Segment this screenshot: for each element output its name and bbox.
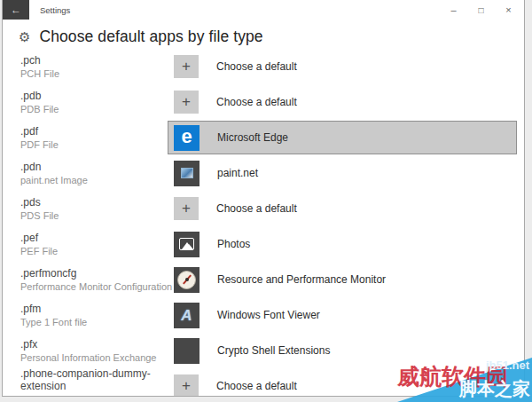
- page-title: Choose default apps by file type: [39, 28, 262, 46]
- app-name: Microsoft Edge: [217, 131, 288, 144]
- file-extension: .pds: [20, 196, 168, 209]
- app-name: Windows Font Viewer: [217, 309, 320, 321]
- file-type-list: .pchPCH File+Choose a default.pdbPDB Fil…: [3, 49, 524, 397]
- default-app-selector[interactable]: Resource and Performance Monitor: [168, 263, 517, 296]
- app-name: Crypto Shell Extensions: [217, 344, 330, 357]
- close-icon: ×: [505, 4, 511, 15]
- minimize-button[interactable]: –: [440, 0, 467, 20]
- file-type-row: .pfmType 1 Font fileAWindows Font Viewer: [3, 297, 524, 333]
- watermark-site-text: jb51.net: [486, 359, 529, 372]
- file-extension: .phone-companion-dummy-extension: [20, 367, 168, 393]
- file-type-description: PDF File: [20, 139, 168, 150]
- file-type-description: PCH File: [20, 68, 168, 79]
- choose-default-label: Choose a default: [216, 60, 297, 73]
- file-extension: .pfm: [20, 303, 168, 315]
- gear-icon: ⚙: [19, 30, 30, 43]
- edge-icon: e: [174, 125, 200, 151]
- paintnet-image-glyph: [181, 168, 193, 178]
- crypto-shell-icon: [174, 338, 200, 364]
- plus-icon: +: [174, 197, 199, 220]
- title-bar: ← Settings – □ ×: [3, 0, 524, 20]
- file-extension-info: .pdsPDS File: [20, 196, 168, 221]
- photos-icon: [174, 232, 200, 257]
- file-extension: .pdf: [20, 125, 168, 138]
- file-type-row: .pdbPDB File+Choose a default: [3, 84, 524, 120]
- file-type-description: PDS File: [20, 210, 168, 221]
- font-viewer-icon: A: [174, 303, 200, 328]
- plus-icon: +: [174, 374, 199, 397]
- app-name: Resource and Performance Monitor: [217, 273, 386, 286]
- paintnet-icon: [174, 161, 200, 186]
- file-type-row: .pdsPDS File+Choose a default: [3, 191, 524, 226]
- default-app-selector[interactable]: paint.net: [168, 156, 517, 190]
- default-app-selector[interactable]: +Choose a default: [168, 50, 517, 83]
- maximize-button[interactable]: □: [467, 0, 495, 20]
- gauge-glyph: [177, 271, 196, 289]
- file-extension-info: .pfxPersonal Information Exchange: [20, 338, 168, 363]
- page-header: ⚙ Choose default apps by file type: [3, 20, 524, 50]
- close-button[interactable]: ×: [495, 0, 522, 20]
- default-app-selector[interactable]: +Choose a default: [168, 85, 517, 119]
- file-type-description: PHONE-COMPANION-DUMMY-EXTEN...: [20, 394, 168, 397]
- file-type-row: .pdfPDF FileeMicrosoft Edge: [3, 120, 524, 155]
- file-extension-info: .pdfPDF File: [20, 125, 168, 150]
- photo-frame-glyph: [179, 238, 194, 250]
- app-name: Photos: [217, 238, 250, 250]
- file-extension: .pch: [20, 54, 168, 67]
- file-type-row: .pchPCH File+Choose a default: [3, 49, 524, 84]
- window-title: Settings: [40, 5, 70, 15]
- mountain-glyph: [184, 244, 193, 249]
- settings-window: ← Settings – □ × ⚙ Choose default apps b…: [2, 0, 525, 397]
- choose-default-label: Choose a default: [216, 202, 297, 215]
- file-extension-info: .phone-companion-dummy-extensionPHONE-CO…: [20, 367, 168, 397]
- file-extension-info: .pdnpaint.net Image: [20, 161, 168, 185]
- plus-icon: +: [174, 55, 199, 78]
- file-extension: .pef: [20, 232, 168, 244]
- minimize-icon: –: [450, 4, 456, 15]
- file-extension: .pdb: [20, 90, 168, 102]
- file-type-description: PEF File: [20, 246, 168, 256]
- file-extension-info: .pchPCH File: [20, 54, 168, 79]
- file-type-row: .pefPEF FilePhotos: [3, 226, 524, 262]
- plus-icon: +: [174, 91, 199, 114]
- app-name: paint.net: [217, 167, 258, 179]
- watermark-white-text: 脚本之家: [459, 377, 530, 401]
- maximize-icon: □: [478, 5, 483, 15]
- file-extension: .pfx: [20, 338, 168, 351]
- file-extension-info: .pefPEF File: [20, 232, 168, 256]
- choose-default-label: Choose a default: [216, 96, 297, 108]
- font-letter-glyph: A: [181, 308, 192, 323]
- file-type-description: Personal Information Exchange: [20, 352, 168, 363]
- default-app-selector[interactable]: +Choose a default: [168, 192, 517, 225]
- edge-letter: e: [181, 127, 192, 146]
- window-controls: – □ ×: [440, 0, 522, 20]
- file-extension-info: .perfmoncfgPerformance Monitor Configura…: [20, 267, 168, 292]
- file-type-description: paint.net Image: [20, 175, 168, 185]
- file-type-description: Performance Monitor Configuration: [20, 281, 168, 292]
- file-type-description: Type 1 Font file: [20, 317, 168, 327]
- default-app-selector[interactable]: eMicrosoft Edge: [168, 121, 517, 154]
- file-extension-info: .pfmType 1 Font file: [20, 303, 168, 327]
- choose-default-label: Choose a default: [216, 380, 297, 392]
- watermark: 威航软件园 jb51.net 脚本之家: [397, 358, 532, 402]
- file-type-description: PDB File: [20, 104, 168, 114]
- default-app-selector[interactable]: Photos: [168, 227, 517, 261]
- back-arrow-icon: ←: [11, 4, 21, 16]
- performance-monitor-icon: [174, 267, 200, 293]
- file-extension-info: .pdbPDB File: [20, 90, 168, 114]
- file-extension: .perfmoncfg: [20, 267, 168, 280]
- file-type-row: .perfmoncfgPerformance Monitor Configura…: [3, 262, 524, 297]
- file-extension: .pdn: [20, 161, 168, 173]
- default-app-selector[interactable]: AWindows Font Viewer: [168, 298, 517, 332]
- back-button[interactable]: ←: [3, 0, 29, 20]
- file-type-row: .pdnpaint.net Imagepaint.net: [3, 155, 524, 191]
- gauge-center-glyph: [185, 278, 189, 281]
